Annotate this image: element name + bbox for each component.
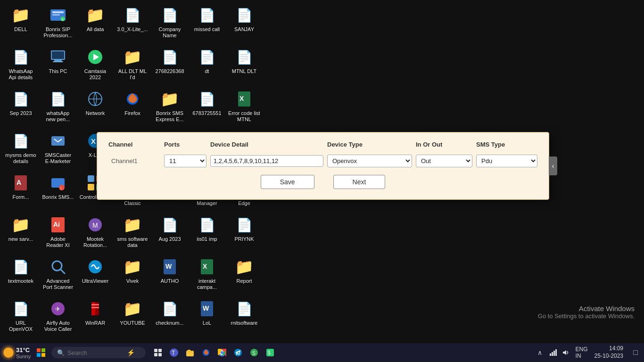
doc-icon: 📄 [160,6,179,25]
icon-label-youtube: YOUTUBE [120,320,145,326]
icon-sms-software[interactable]: 📁 sms software data [116,214,149,254]
icon-ultraviewer[interactable]: UltraViewer [78,255,112,296]
dialog-row: Channel1 11 12 13 Openvox Gsm Other Out … [108,155,537,167]
save-button[interactable]: Save [261,175,314,189]
icon-report[interactable]: 📁 Report [227,255,261,296]
icon-error-code[interactable]: X Error code list MTNL [227,88,261,128]
icon-label-6783: 6783725551 [192,110,221,116]
svg-text:S: S [252,351,256,356]
icon-dell[interactable]: 📁 DELL [4,4,38,44]
icon-network[interactable]: Network [78,88,112,128]
sms-type-select[interactable]: Pdu Text [476,155,537,167]
folder-icon: 📁 [11,6,30,25]
device-detail-input[interactable] [210,155,323,167]
icon-label-camtasia: Camtasia 2022 [79,68,111,81]
icon-interakt[interactable]: X interakt campa... [190,255,224,296]
dialog-collapse-button[interactable]: ‹ [549,156,557,175]
icon-sep2023[interactable]: 📄 Sep 2023 [4,88,38,128]
icon-autho[interactable]: W AUTHO [153,255,187,296]
icon-label-error-code: Error code list MTNL [228,110,260,123]
in-or-out-select[interactable]: Out In Both [416,155,472,167]
firefox-taskbar-button[interactable] [198,345,214,360]
taskbar-search[interactable]: 🔍 ⚡ [51,347,146,358]
network-tray-icon[interactable] [547,347,559,358]
icon-new-sarv[interactable]: 📁 new sarv... [4,214,38,254]
svg-line-48 [60,269,65,273]
icon-youtube[interactable]: 📁 YOUTUBE [116,297,149,337]
icon-bonrix-sms[interactable]: 📁 Bonrix SMS Express E... [153,88,187,128]
lang-indicator[interactable]: ENG IN [576,346,588,359]
icon-bonrix-sip[interactable]: S Bonrix SIP Profession... [41,4,75,44]
ports-select[interactable]: 11 12 13 [164,155,206,167]
icon-sanjay[interactable]: 📄 SANJAY [227,4,261,44]
icon-all-data[interactable]: 📁 All data [78,4,112,44]
icon-label-missed-call: missed call [194,26,220,33]
clock-date: 25-10-2023 [594,353,623,360]
svg-rect-33 [88,175,94,182]
icon-missed-call[interactable]: 📄 missed call [190,4,224,44]
icon-3xlite[interactable]: 📄 3.0_X-Lite_... [116,4,149,44]
icon-this-pc[interactable]: This PC [41,46,75,86]
icon-textmootek[interactable]: 📄 textmootek [4,255,38,296]
icon-mysms[interactable]: 📄 mysms demo details [4,130,38,170]
icon-winrar[interactable]: WinRAR [78,297,112,337]
tray-chevron[interactable]: ∧ [534,347,545,358]
icon-camtasia[interactable]: Camtasia 2022 [78,46,112,86]
icon-whatsapp-api[interactable]: 📄 WhatsAap Api details [4,46,38,86]
file-explorer-button[interactable] [182,345,198,360]
scanner-icon [49,257,67,276]
icon-company-name[interactable]: 📄 Company Name [153,4,187,44]
icon-adv-port-scanner[interactable]: Advanced Port Scanner [41,255,75,296]
doc-icon: 📄 [198,6,216,25]
device-type-select[interactable]: Openvox Gsm Other [327,155,412,167]
clock-area[interactable]: 14:09 25-10-2023 [592,345,626,360]
icon-dt[interactable]: 📄 dt [190,46,224,86]
teams-button[interactable]: T [166,345,182,360]
sound-tray-icon[interactable] [561,347,572,358]
search-icon: 🔍 [57,349,65,356]
green-app-taskbar-button[interactable]: $ [263,345,278,360]
icon-adobe-reader[interactable]: Ai Adobe Reader XI [41,214,75,254]
icon-label-adobe-reader: Adobe Reader XI [42,236,74,248]
doc-icon: 📄 [198,90,216,108]
icon-rnitsoftware[interactable]: 📄 rnitsoftware [227,297,261,337]
icon-label-sep2023: Sep 2023 [9,110,32,116]
icon-6783[interactable]: 📄 6783725551 [190,88,224,128]
mootek-icon: M [86,215,105,234]
icon-label-airfly: Airfly Auto Voice Caller [42,320,74,332]
desktop: 📁 DELL S Bonrix SIP Profession... 📁 All … [0,0,644,343]
lang-label: ENG IN [576,346,588,359]
icon-vivek[interactable]: 📁 Vivek [116,255,149,296]
icon-bonrix-sms2[interactable]: ! Bonrix SMS... [41,172,75,212]
svg-point-31 [59,185,65,190]
icon-url-openvox[interactable]: 📄 URL OpenVOX [4,297,38,337]
icon-vivek-chrome[interactable]: Vivek - Chrome [4,339,38,343]
next-button[interactable]: Next [333,175,386,189]
icon-smscaster[interactable]: SMSCaster E-Marketer [41,130,75,170]
icon-lol[interactable]: W LoL [190,297,224,337]
icon-mootek[interactable]: M Mootek Rotation... [78,214,112,254]
chrome-taskbar-button[interactable] [215,345,230,360]
start-button[interactable] [33,345,50,360]
icon-airfly[interactable]: ✈ Airfly Auto Voice Caller [41,297,75,337]
taskview-button[interactable] [150,345,165,360]
icon-2768[interactable]: 📄 2768226368 [153,46,187,86]
system-tray: ∧ [534,347,572,358]
telegram-taskbar-button[interactable] [231,345,246,360]
icon-mtnl-dlt[interactable]: 📄 MTNL DLT [227,46,261,86]
extra-chrome-taskbar-button[interactable]: S [247,345,262,360]
icon-all-dlt[interactable]: 📁 ALL DLT ML I'd [116,46,149,86]
notifications-button[interactable]: □ [630,347,641,358]
icon-aug2023[interactable]: 📄 Aug 2023 [153,214,187,254]
icon-iis01[interactable]: 📄 iis01 imp [190,214,224,254]
icon-form[interactable]: A Form... [4,172,38,212]
doc-icon: 📄 [11,257,30,276]
icon-whatsapp-pen[interactable]: 📄 whatsApp new pen... [41,88,75,128]
icon-priynk[interactable]: 📄 PRIYNK [227,214,261,254]
icon-label-lol: LoL [203,320,211,326]
icon-label-priynk: PRIYNK [235,236,254,242]
search-input[interactable] [67,349,124,356]
icon-firefox[interactable]: Firefox [116,88,149,128]
svg-rect-67 [37,353,41,357]
icon-checknum[interactable]: 📄 checknum... [153,297,187,337]
